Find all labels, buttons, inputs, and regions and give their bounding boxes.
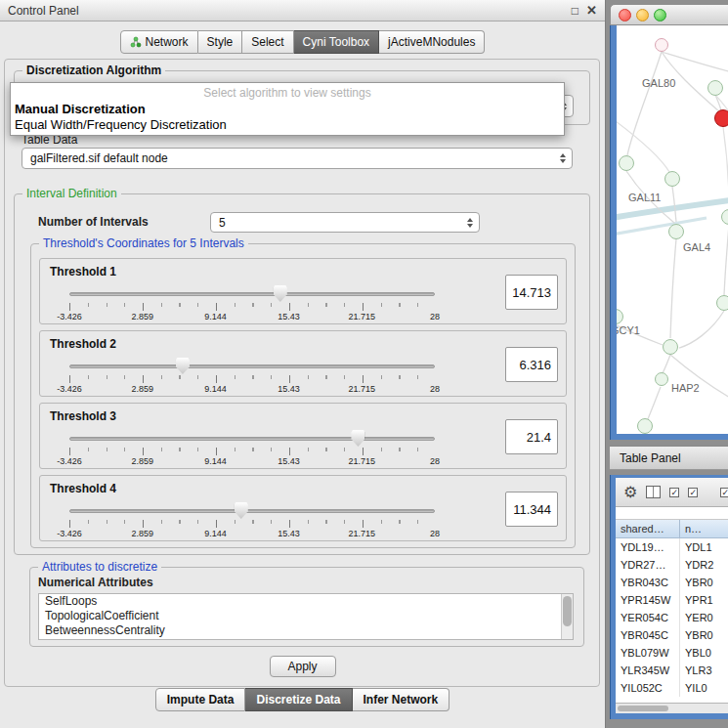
slider-track[interactable]: [69, 509, 435, 513]
threshold-label: Threshold 3: [50, 409, 116, 423]
table-row[interactable]: YBR043CYBR0: [616, 574, 728, 591]
slider-thumb[interactable]: [274, 285, 287, 302]
horizontal-scrollbar[interactable]: [616, 703, 728, 713]
threshold-4-value-input[interactable]: 11.344: [505, 492, 558, 527]
node-label: GCY1: [617, 324, 640, 336]
slider-ticks: [69, 448, 435, 456]
network-node[interactable]: [663, 339, 678, 355]
threshold-1-slider[interactable]: [69, 285, 435, 302]
table-row[interactable]: YBL079WYBL0: [616, 644, 728, 662]
threshold-3-slider[interactable]: [69, 430, 435, 447]
numerical-attributes-label: Numerical Attributes: [38, 576, 153, 589]
tab-select[interactable]: Select: [242, 30, 293, 54]
network-window-titlebar[interactable]: [610, 4, 728, 25]
threshold-2-slider[interactable]: [69, 358, 435, 374]
network-node[interactable]: [707, 80, 723, 96]
network-node[interactable]: [655, 372, 668, 386]
slider-track[interactable]: [69, 437, 435, 441]
apply-button[interactable]: Apply: [269, 656, 335, 677]
table-row[interactable]: YLR345WYLR3: [616, 662, 728, 679]
threshold-4-box: Threshold 4 -3.426 2.859 9.144 15.43 21.…: [39, 475, 567, 541]
network-window-frame: GAL80 GAL11 GAL4 GCY1 HAP2: [610, 25, 728, 440]
network-node[interactable]: [716, 295, 728, 311]
network-node[interactable]: [637, 418, 653, 434]
threshold-1-box: Threshold 1 -3.426 2.859 9.144 15.43 21.…: [39, 258, 567, 324]
network-node[interactable]: [619, 155, 634, 171]
tab-label: Style: [207, 35, 234, 49]
list-item[interactable]: TopologicalCoefficient: [39, 609, 573, 623]
scrollbar-thumb[interactable]: [618, 706, 668, 711]
gear-icon[interactable]: ⚙: [623, 485, 637, 500]
table-row[interactable]: YIL052CYIL0: [616, 679, 728, 697]
num-intervals-label: Number of Intervals: [38, 215, 149, 229]
tab-jactivemnodules[interactable]: jActiveMNodules: [379, 30, 485, 54]
minimize-button[interactable]: [636, 9, 649, 21]
table-data-value: galFiltered.sif default node: [30, 151, 168, 165]
slider-thumb[interactable]: [176, 358, 190, 374]
threshold-3-value-input[interactable]: 21.4: [505, 419, 558, 454]
group-legend: Threshold's Coordinates for 5 Intervals: [39, 236, 248, 250]
network-node[interactable]: [668, 224, 684, 239]
bottom-tab-bar: Impute Data Discretize Data Infer Networ…: [0, 688, 605, 711]
table-data-select[interactable]: galFiltered.sif default node: [21, 148, 573, 169]
tab-style[interactable]: Style: [198, 30, 243, 54]
slider-track[interactable]: [69, 292, 435, 296]
scrollbar-thumb[interactable]: [563, 596, 572, 626]
tab-label: Select: [251, 35, 283, 49]
table-panel-titlebar: Table Panel: [610, 446, 728, 470]
slider-thumb[interactable]: [351, 430, 364, 447]
table-row[interactable]: YER054CYER0: [616, 609, 728, 626]
threshold-label: Threshold 1: [50, 265, 116, 278]
num-intervals-select[interactable]: 5: [210, 212, 480, 233]
table-row[interactable]: YBR045CYBR0: [616, 626, 728, 644]
tab-cyni-toolbox[interactable]: Cyni Toolbox: [294, 30, 379, 54]
slider-tick-labels: -3.426 2.859 9.144 15.43 21.715 28: [69, 529, 435, 539]
columns-icon[interactable]: [646, 486, 661, 498]
table-row[interactable]: YDL19…YDL1: [616, 538, 728, 556]
group-legend: Discretization Algorithm: [22, 64, 165, 77]
slider-thumb[interactable]: [235, 502, 248, 519]
node-label: GAL4: [683, 241, 710, 253]
float-window-icon[interactable]: □: [572, 5, 578, 17]
list-item[interactable]: BetweennessCentrality: [39, 623, 573, 638]
vertical-scrollbar[interactable]: [561, 594, 573, 639]
slider-tick-labels: -3.426 2.859 9.144 15.43 21.715 28: [69, 312, 435, 322]
node-label: HAP2: [671, 382, 700, 394]
network-node[interactable]: [664, 171, 680, 187]
stepper-icon: [560, 153, 566, 163]
checkbox-icon[interactable]: ✓: [688, 488, 698, 497]
network-node-selected[interactable]: [714, 109, 728, 127]
tab-label: jActiveMNodules: [388, 35, 475, 49]
column-header-name[interactable]: n…: [680, 520, 728, 538]
popup-option-manual-discretization[interactable]: Manual Discretization: [11, 101, 564, 116]
close-window-icon[interactable]: ✕: [586, 4, 597, 17]
slider-track[interactable]: [69, 364, 435, 368]
threshold-label: Threshold 2: [50, 337, 116, 351]
stepper-icon: [467, 218, 473, 228]
tab-infer-network[interactable]: Infer Network: [353, 688, 450, 711]
table-toolbar: ⚙ ✓ ✓ ✓: [616, 478, 728, 507]
threshold-1-value-input[interactable]: 14.713: [505, 275, 558, 310]
zoom-button[interactable]: [654, 9, 666, 21]
network-canvas[interactable]: GAL80 GAL11 GAL4 GCY1 HAP2: [617, 25, 728, 434]
close-button[interactable]: [619, 9, 631, 21]
group-legend: Interval Definition: [22, 187, 121, 200]
threshold-2-value-input[interactable]: 6.316: [505, 347, 558, 382]
table-body[interactable]: YDL19…YDL1 YDR27…YDR2 YBR043CYBR0 YPR145…: [616, 538, 728, 703]
tab-discretize-data[interactable]: Discretize Data: [245, 688, 352, 711]
column-header-shared[interactable]: shared…: [616, 520, 680, 538]
tab-label: Cyni Toolbox: [303, 35, 369, 49]
tab-impute-data[interactable]: Impute Data: [155, 688, 246, 711]
popup-placeholder: Select algorithm to view settings: [11, 85, 564, 101]
list-item[interactable]: SelfLoops: [39, 594, 573, 609]
window-title: Control Panel: [8, 4, 79, 18]
network-node[interactable]: [655, 38, 668, 52]
checkbox-icon[interactable]: ✓: [720, 488, 728, 497]
checkbox-icon[interactable]: ✓: [669, 488, 679, 497]
table-row[interactable]: YDR27…YDR2: [616, 556, 728, 574]
tab-network[interactable]: Network: [120, 30, 198, 54]
popup-option-equal-width-frequency[interactable]: Equal Width/Frequency Discretization: [11, 116, 564, 132]
threshold-3-box: Threshold 3 -3.426 2.859 9.144 15.43 21.…: [39, 403, 567, 469]
threshold-4-slider[interactable]: [69, 502, 435, 519]
table-row[interactable]: YPR145WYPR1: [616, 591, 728, 609]
